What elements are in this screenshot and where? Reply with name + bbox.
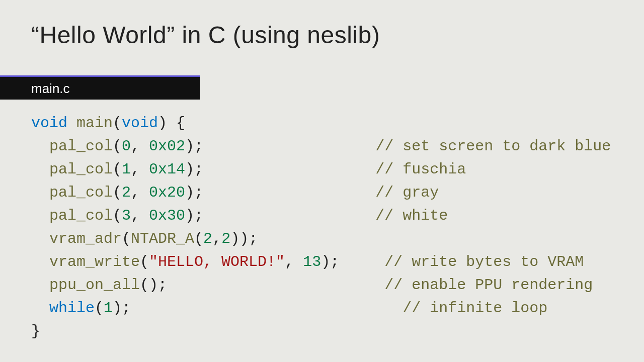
comment: // gray (375, 184, 439, 201)
comment: // set screen to dark blue (375, 138, 611, 155)
comment: // white (375, 207, 448, 224)
macro-ntadr: NTADR_A (131, 230, 194, 247)
comment: // write bytes to VRAM (384, 253, 584, 270)
fn-pal-col: pal_col (49, 138, 113, 155)
fn-vram-write: vram_write (49, 253, 140, 270)
code-block: void main(void) { pal_col(0, 0x02); // s… (31, 112, 611, 343)
slide: “Hello World” in C (using neslib) main.c… (0, 0, 644, 362)
slide-title: “Hello World” in C (using neslib) (31, 21, 380, 49)
fn-vram-adr: vram_adr (49, 230, 122, 247)
keyword-while: while (49, 300, 95, 317)
fn-ppu-on-all: ppu_on_all (49, 277, 140, 294)
fn-main: main (76, 115, 113, 132)
comment: // infinite loop (403, 300, 547, 317)
string-literal: "HELLO, WORLD!" (149, 253, 285, 270)
comment: // enable PPU rendering (384, 277, 593, 294)
comment: // fuschia (375, 161, 466, 178)
keyword-void: void (31, 115, 67, 132)
file-tab: main.c (0, 75, 200, 100)
brace-close: } (31, 323, 40, 340)
